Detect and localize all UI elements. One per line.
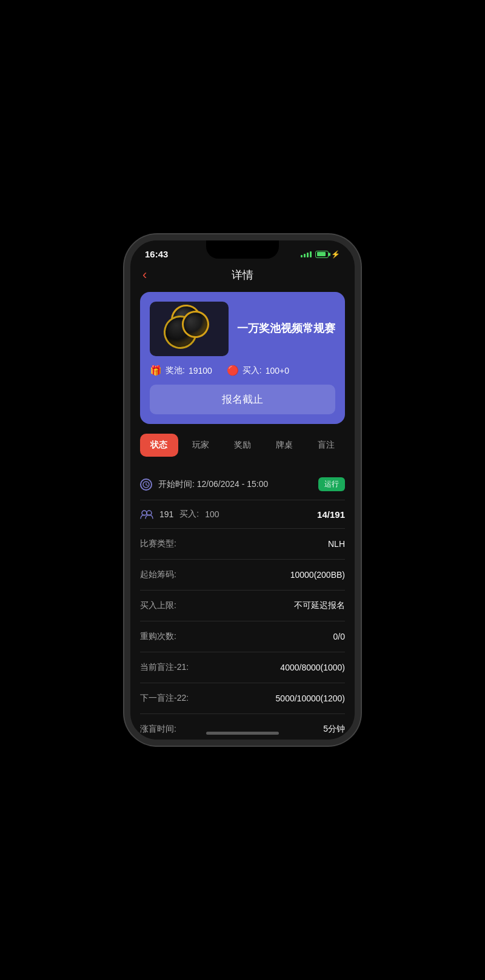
tab-bar: 状态 玩家 奖励 牌桌 盲注 [140,434,345,457]
detail-value: 10000(200BB) [290,570,345,580]
prize-pool-value: 19100 [189,366,212,376]
prize-pool-label: 奖池: [166,365,185,376]
chips-visual [150,302,229,356]
tournament-card: 一万奖池视频常规赛 🎁 奖池: 19100 🔴 买入: 100+0 报名截止 [140,292,345,424]
tab-blinds[interactable]: 盲注 [307,434,345,457]
coin-icon: 🔴 [227,365,239,376]
svg-line-2 [146,485,148,485]
detail-value: NLH [328,539,345,549]
clock-icon [140,478,152,491]
buy-in-label: 买入: [242,365,262,376]
detail-label: 买入上限: [140,600,176,611]
signal-bars-icon [301,251,312,257]
detail-label: 重购次数: [140,631,176,642]
player-number: 191 [159,509,173,519]
tab-rewards[interactable]: 奖励 [224,434,262,457]
buy-in-label-players: 买入: [179,509,199,520]
prize-icon: 🎁 [150,365,162,376]
detail-label: 起始筹码: [140,569,176,580]
home-indicator [206,732,279,735]
register-button[interactable]: 报名截止 [150,385,335,414]
detail-value: 不可延迟报名 [294,600,345,611]
start-time-label: 开始时间: 12/06/2024 - 15:00 [158,479,268,490]
detail-label: 当前盲注-21: [140,662,189,673]
tab-players[interactable]: 玩家 [182,434,220,457]
detail-label: 下一盲注-22: [140,693,189,704]
tab-table[interactable]: 牌桌 [265,434,303,457]
detail-row: 买入上限: 不可延迟报名 [140,591,345,621]
start-time-row: 开始时间: 12/06/2024 - 15:00 运行 [140,469,345,500]
players-row: 191 买入: 100 14/191 [140,500,345,529]
detail-row: 当前盲注-21: 4000/8000(1000) [140,652,345,683]
detail-row: 下一盲注-22: 5000/10000(1200) [140,683,345,714]
detail-row: 起始筹码: 10000(200BB) [140,560,345,591]
buy-in-value-players: 100 [205,509,219,519]
progress-count: 14/191 [317,509,345,520]
page-header: ‹ 详情 [130,263,355,292]
detail-value: 5000/10000(1200) [276,694,345,703]
detail-value: 0/0 [333,632,345,641]
info-section: 开始时间: 12/06/2024 - 15:00 运行 [130,469,355,740]
detail-row: 涨盲时间: 5分钟 [140,714,345,740]
detail-row: 比赛类型: NLH [140,529,345,560]
prize-pool-stat: 🎁 奖池: 19100 [150,365,212,376]
status-icons: ⚡ [301,250,340,259]
status-time: 16:43 [145,249,168,259]
detail-label: 比赛类型: [140,538,176,549]
back-button[interactable]: ‹ [142,267,147,283]
charging-icon: ⚡ [331,250,340,259]
battery-icon [315,251,329,258]
detail-value: 4000/8000(1000) [280,663,345,672]
players-icon [140,509,153,519]
buy-in-stat: 🔴 买入: 100+0 [227,365,289,376]
detail-label: 涨盲时间: [140,724,176,735]
running-badge: 运行 [318,477,345,491]
detail-value: 5分钟 [323,724,345,735]
tournament-title: 一万奖池视频常规赛 [237,322,335,336]
buy-in-value: 100+0 [266,366,289,376]
page-title: 详情 [232,268,253,282]
detail-row: 重购次数: 0/0 [140,621,345,652]
tab-status[interactable]: 状态 [140,434,178,457]
tournament-image [150,302,229,356]
